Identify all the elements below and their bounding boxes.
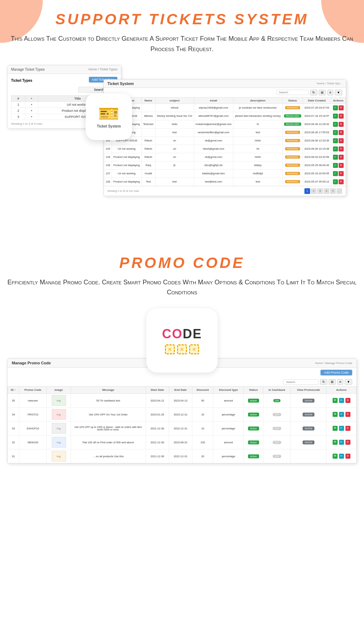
ts-toolbar: ↻ ⊞ ≡ ▼	[104, 88, 346, 97]
page-btn-2[interactable]: 2	[311, 188, 317, 194]
page-btn-3[interactable]: 3	[317, 188, 323, 194]
promo-dots: ✕ ✕ ✕	[165, 344, 199, 354]
show-promo-btn[interactable]: SHOW	[303, 427, 315, 430]
col-status: Status	[244, 387, 263, 394]
support-section: Support Tickets System This Allows The C…	[0, 0, 364, 236]
action-delete-btn[interactable]: ✕	[339, 138, 344, 143]
promo-header: Promo Code Efficiently Manage Promo Code…	[0, 244, 364, 301]
action-view-btn[interactable]: ✓	[333, 155, 338, 160]
page-btn-5[interactable]: 5	[330, 188, 336, 194]
action-delete-btn[interactable]: ✕	[339, 122, 344, 127]
ts-list-icon[interactable]: ≡	[327, 90, 333, 95]
promo-image: img	[52, 451, 66, 462]
show-promo-btn[interactable]: SHOW	[303, 440, 315, 444]
manage-panel-title: Manage Ticket Types	[11, 68, 45, 71]
ticket-types-label: Ticket Types	[11, 79, 32, 83]
add-promo-button[interactable]: Add Promo Code	[320, 370, 352, 375]
promo-image: img	[52, 437, 66, 448]
promo-filter-icon[interactable]: ▼	[345, 379, 352, 385]
promo-image: img	[52, 409, 66, 420]
action-delete-btn[interactable]: ✕	[339, 105, 344, 110]
show-promo-btn[interactable]: SHOW	[303, 399, 315, 403]
action-delete-btn[interactable]: ✕	[345, 398, 350, 403]
col-image: Image	[47, 387, 71, 394]
ticket-search-bar[interactable]: Search	[78, 87, 107, 93]
promo-actions: 👁 ✏ ✕	[328, 398, 355, 403]
action-edit-btn[interactable]: ✏	[339, 454, 344, 459]
action-delete-btn[interactable]: ✕	[339, 163, 344, 168]
row-id: 3	[11, 114, 25, 120]
action-view-btn[interactable]: ✓	[333, 105, 338, 110]
row-dot: •	[25, 101, 38, 108]
ts-search-input[interactable]	[277, 90, 309, 95]
promo-image: img	[52, 395, 66, 406]
col-dot: •	[25, 95, 38, 101]
action-view-btn[interactable]: ✓	[333, 163, 338, 168]
action-view-btn[interactable]: ✓	[333, 130, 338, 135]
ticket-system-panel: Ticket System Home / Ticket Sys... ↻ ⊞ ≡…	[103, 79, 346, 196]
action-delete-btn[interactable]: ✕	[339, 155, 344, 160]
action-view-btn[interactable]: 👁	[333, 454, 338, 459]
col-subject: subject	[155, 97, 194, 104]
table-row: 33 ESHOP10 img Get 10% OFF up to 1000 or…	[8, 422, 357, 435]
action-view-btn[interactable]: ✓	[333, 171, 338, 176]
action-delete-btn[interactable]: ✕	[339, 114, 344, 119]
action-edit-btn[interactable]: ✏	[339, 440, 344, 445]
action-delete-btn[interactable]: ✕	[339, 130, 344, 135]
promo-grid-icon[interactable]: ⊞	[329, 379, 336, 385]
action-delete-btn[interactable]: ✕	[345, 412, 350, 417]
row-id: 1	[11, 101, 25, 108]
ts-refresh-icon[interactable]: ↻	[310, 90, 317, 95]
action-view-btn[interactable]: 👁	[333, 426, 338, 431]
action-view-btn[interactable]: ✓	[333, 122, 338, 127]
promo-search-input[interactable]	[283, 379, 319, 385]
promo-refresh-icon[interactable]: ↻	[320, 379, 327, 385]
table-row: 142 Url not working test oeselmetoffen@g…	[104, 128, 346, 136]
table-row: 138 Product not displaying Ranj jh bbv@h…	[104, 161, 346, 169]
col-cashback: Is Cashback	[263, 387, 290, 394]
page-btn-1[interactable]: 1	[304, 188, 310, 194]
action-edit-btn[interactable]: ✏	[339, 426, 344, 431]
ts-grid-icon[interactable]: ⊞	[319, 90, 326, 95]
promo-code-text: CODE	[162, 327, 202, 342]
action-view-btn[interactable]: ✓	[333, 114, 338, 119]
action-delete-btn[interactable]: ✕	[345, 426, 350, 431]
action-view-btn[interactable]: ✓	[333, 138, 338, 143]
action-delete-btn[interactable]: ✕	[339, 171, 344, 176]
action-view-btn[interactable]: 👁	[333, 440, 338, 445]
action-delete-btn[interactable]: ✕	[339, 146, 344, 151]
show-promo-btn[interactable]: SHOW	[303, 413, 315, 417]
promo-panel-title: Manage Promo Code	[12, 361, 51, 365]
row-dot: •	[25, 108, 38, 114]
table-row: 31 img ... on all products Use this 2021…	[8, 449, 357, 463]
action-edit-btn[interactable]: ✏	[339, 412, 344, 417]
promo-co-text: CO	[162, 327, 183, 341]
action-view-btn[interactable]: 👁	[333, 398, 338, 403]
action-delete-btn[interactable]: ✕	[339, 179, 344, 184]
promo-dot-1: ✕	[165, 344, 175, 354]
action-edit-btn[interactable]: ✏	[339, 398, 344, 403]
action-delete-btn[interactable]: ✕	[345, 454, 350, 459]
action-view-btn[interactable]: ✓	[333, 146, 338, 151]
promo-panel: Manage Promo Code Home / Manage Promo Co…	[7, 358, 357, 464]
col-id: #	[11, 95, 25, 101]
ts-pagination: 1 2 3 4 5 ...	[304, 188, 342, 194]
action-view-btn[interactable]: 👁	[333, 412, 338, 417]
table-row: 143 Product not displaying TestUser hell…	[104, 120, 346, 128]
col-email: email	[194, 97, 233, 104]
col-discount: Discount	[192, 387, 213, 394]
col-name: Name	[141, 97, 155, 104]
promo-list-icon[interactable]: ≡	[337, 379, 343, 385]
ticket-icon-box: 🎫 Ticket System	[86, 94, 132, 140]
promo-actions: 👁 ✏ ✕	[328, 439, 355, 445]
action-view-btn[interactable]: ✓	[333, 179, 338, 184]
col-message: Message	[71, 387, 146, 394]
page-btn-4[interactable]: 4	[324, 188, 329, 194]
col-start: Start Date	[146, 387, 169, 394]
page-btn-more[interactable]: ...	[337, 188, 342, 194]
col-id: ID ↑	[8, 387, 19, 394]
ts-filter-icon[interactable]: ▼	[335, 90, 342, 95]
promo-panel-breadcrumb: Home / Manage Promo Code	[315, 362, 352, 365]
action-delete-btn[interactable]: ✕	[345, 440, 350, 445]
promo-actions: 👁 ✏ ✕	[328, 412, 355, 417]
